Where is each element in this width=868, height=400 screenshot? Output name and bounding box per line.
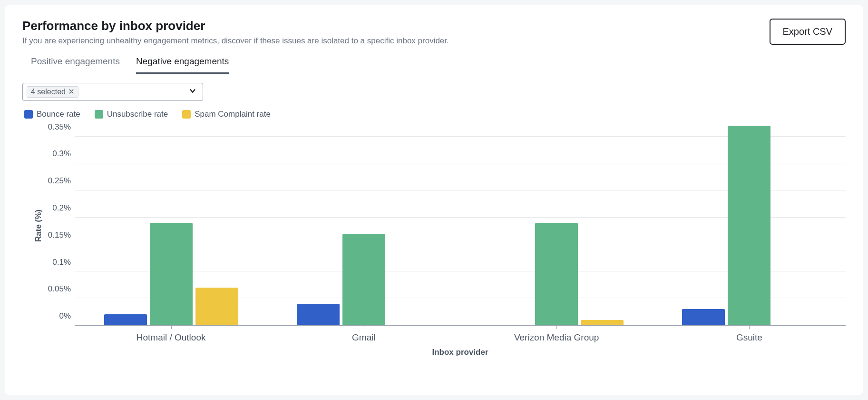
bar <box>150 223 193 325</box>
legend-label: Spam Complaint rate <box>195 110 271 119</box>
close-icon[interactable] <box>68 88 74 96</box>
filter-chip-label: 4 selected <box>31 88 66 96</box>
bar <box>581 320 624 325</box>
plot-area <box>75 126 846 326</box>
tab-negative-engagements[interactable]: Negative engagements <box>136 56 229 74</box>
bar <box>728 126 770 325</box>
bar <box>535 223 578 325</box>
x-tick: Gsuite <box>653 332 846 343</box>
export-csv-button[interactable]: Export CSV <box>770 19 846 45</box>
chevron-down-icon <box>188 87 197 97</box>
tab-positive-engagements[interactable]: Positive engagements <box>31 56 120 74</box>
legend-item-unsubscribe[interactable]: Unsubscribe rate <box>95 110 168 119</box>
y-tick: 0.15% <box>48 230 71 240</box>
bar-group <box>460 126 653 325</box>
bar <box>104 314 147 325</box>
swatch-unsubscribe <box>95 110 103 119</box>
bar-group <box>267 126 460 325</box>
legend-item-spam[interactable]: Spam Complaint rate <box>182 110 271 119</box>
y-axis-label-col: Rate (%) <box>22 126 36 326</box>
y-tick: 0.3% <box>52 149 71 159</box>
panel-subtitle: If you are experiencing unhealthy engage… <box>22 36 449 46</box>
performance-panel: Performance by inbox provider If you are… <box>5 5 863 395</box>
panel-header: Performance by inbox provider If you are… <box>22 19 846 46</box>
chart: Rate (%) 0%0.05%0.1%0.15%0.2%0.25%0.3%0.… <box>22 126 846 326</box>
y-tick: 0.35% <box>48 122 71 132</box>
swatch-spam <box>182 110 191 119</box>
y-tick: 0.2% <box>52 203 71 213</box>
tabs: Positive engagements Negative engagement… <box>31 56 846 74</box>
legend-item-bounce[interactable]: Bounce rate <box>24 110 80 119</box>
bar-groups <box>75 126 846 325</box>
x-tick: Gmail <box>267 332 460 343</box>
filter-row: 4 selected <box>22 83 846 101</box>
x-axis-label: Inbox provider <box>75 348 846 357</box>
bar <box>297 304 340 325</box>
y-tick: 0% <box>59 311 71 321</box>
bar-group <box>653 126 846 325</box>
filter-chip[interactable]: 4 selected <box>27 86 78 98</box>
bar <box>682 309 725 325</box>
swatch-bounce <box>24 110 33 119</box>
y-axis-ticks: 0%0.05%0.1%0.15%0.2%0.25%0.3%0.35% <box>36 126 75 326</box>
panel-title: Performance by inbox provider <box>22 19 449 33</box>
x-axis-ticks: Hotmail / OutlookGmailVerizon Media Grou… <box>75 332 846 343</box>
x-tick: Verizon Media Group <box>460 332 653 343</box>
legend-label: Bounce rate <box>37 110 80 119</box>
y-tick: 0.05% <box>48 284 71 294</box>
y-tick: 0.25% <box>48 176 71 186</box>
bar <box>195 288 238 325</box>
bar-group <box>75 126 267 325</box>
provider-filter-select[interactable]: 4 selected <box>22 83 203 101</box>
bar <box>342 234 385 326</box>
x-tick: Hotmail / Outlook <box>75 332 267 343</box>
chart-legend: Bounce rate Unsubscribe rate Spam Compla… <box>24 110 846 119</box>
y-tick: 0.1% <box>52 258 71 267</box>
legend-label: Unsubscribe rate <box>107 110 168 119</box>
